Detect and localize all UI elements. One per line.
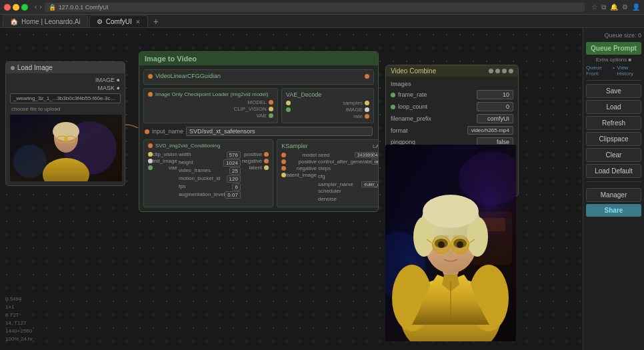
save-button[interactable]: Save xyxy=(586,84,641,98)
bell-icon[interactable]: 🔔 xyxy=(610,3,618,11)
preview-inner xyxy=(10,115,122,181)
vframes-val[interactable]: 25 xyxy=(229,167,241,175)
clipspace-button[interactable]: Clipspace xyxy=(586,132,641,146)
input-name-row: input_name SVD/svd_xt_safetensors xyxy=(143,127,374,136)
upload-text[interactable]: choose file to upload xyxy=(9,105,122,113)
ksampler-node: KSampler LATENT model xyxy=(277,139,379,207)
fps-val[interactable]: 6 xyxy=(232,183,240,191)
vl-header: VideoLinearCFGGuidian xyxy=(148,73,369,79)
new-tab-btn[interactable]: + xyxy=(149,15,163,27)
control-val[interactable]: randomize xyxy=(371,159,379,165)
height-label: height xyxy=(179,159,193,167)
ks-pos-label: positive xyxy=(299,159,317,165)
preview-panel xyxy=(385,145,516,341)
maximize-btn[interactable] xyxy=(21,4,28,11)
tab-label-comfy: ComfyUI xyxy=(106,18,132,25)
svd-io: clip_vision init_image vae xyxy=(148,151,269,199)
clip-out: CLIP_VISION xyxy=(233,106,273,112)
vc-prefix-val[interactable]: comfyUI xyxy=(477,114,513,123)
vc-loopcount-label: loop_count xyxy=(398,103,427,110)
checkpoint-node: Image Only Checkpoint Loader (img2vid mo… xyxy=(143,88,278,123)
aug-val[interactable]: 0.07 xyxy=(225,191,241,199)
clip-label: CLIP_VISION xyxy=(233,106,266,112)
account-icon[interactable]: 👤 xyxy=(632,3,640,11)
ks-pos-in xyxy=(281,159,286,164)
setup-links-row: Queue Front • View History xyxy=(586,65,641,77)
vae-dot xyxy=(269,113,273,118)
address-bar[interactable]: 🔒 127.0.0.1 ComfyUI xyxy=(45,3,585,12)
close-btn[interactable] xyxy=(4,4,11,11)
aug-label: augmentation_level xyxy=(179,191,225,199)
vl-title: VideoLinearCFGGuidian xyxy=(155,73,221,79)
ks-title: KSampler xyxy=(281,143,308,149)
svg-point-2 xyxy=(13,145,47,178)
latent-out-label: LATENT xyxy=(373,143,379,149)
queue-prompt-button[interactable]: Queue Prompt xyxy=(586,42,641,55)
vc-prefix-label: filename_prefix xyxy=(391,115,431,122)
cv-in xyxy=(148,152,153,157)
pos-row: positive xyxy=(242,151,269,157)
svd-title: SVD_img2vid_Conditioning xyxy=(155,143,220,149)
height-val[interactable]: 1024 xyxy=(223,159,241,167)
sampler-val[interactable]: euler_ancestral xyxy=(361,181,379,187)
model-label: MODEL xyxy=(247,99,266,105)
back-arrow[interactable]: ‹ xyxy=(35,3,37,11)
image-out: IMAGE xyxy=(345,107,369,113)
clip-row: CLIP_VISION xyxy=(148,106,273,112)
motion-val[interactable]: 120 xyxy=(227,175,241,183)
pos-out xyxy=(264,152,269,157)
load-default-button[interactable]: Load Default xyxy=(586,164,641,178)
svd-outputs: positive negative latent xyxy=(242,151,269,199)
canvas-area[interactable]: Load Image IMAGE ● MASK ● _wearing_3z_1_… xyxy=(0,28,583,350)
tab-close-icon[interactable]: ✕ xyxy=(135,19,141,25)
corner-line-6: 100% 24 hr xyxy=(5,335,33,343)
corner-line-3: 0 T2T xyxy=(5,311,33,319)
tab-comfyui[interactable]: ⚙ ComfyUI ✕ xyxy=(89,15,148,27)
corner-line-2: 1×1 xyxy=(5,303,33,311)
queue-front-link[interactable]: Queue Front xyxy=(586,65,611,77)
latent-row: latent xyxy=(242,165,269,171)
checkpoint-row: Image Only Checkpoint Loader (img2vid mo… xyxy=(143,88,374,123)
aug-row: augmentation_level 0.07 xyxy=(179,191,241,199)
vc-title-label: Video Combine xyxy=(391,67,436,75)
share-button[interactable]: Share xyxy=(586,204,641,217)
load-button[interactable]: Load xyxy=(586,100,641,114)
tab-leonardo[interactable]: 🏠 Home | Leonardo.Ai xyxy=(3,15,88,27)
neg-row: negative xyxy=(242,158,269,164)
seed-val[interactable]: 343989040382835 xyxy=(355,152,379,158)
samples-out: samples xyxy=(343,100,369,106)
view-history-link[interactable]: View History xyxy=(617,65,641,77)
bookmark-icon[interactable]: ☆ xyxy=(591,3,597,11)
settings-icon[interactable]: ⚙ xyxy=(622,3,628,11)
seed-row: seed 343989040382835 xyxy=(318,152,379,158)
vc-loopcount-val[interactable]: 0 xyxy=(477,102,513,111)
forward-arrow[interactable]: › xyxy=(39,3,41,11)
preview-svg xyxy=(10,115,122,181)
vc-framerate-val[interactable]: 10 xyxy=(477,90,513,99)
minimize-btn[interactable] xyxy=(13,4,19,11)
vae-decode-node: VAE_Decode samples IMAGE xyxy=(281,88,374,123)
image-dot xyxy=(365,107,369,112)
itv-title: Image to Video xyxy=(139,52,378,65)
ks-neg-in xyxy=(281,166,286,171)
cp-title: Image Only Checkpoint Loader (img2vid mo… xyxy=(155,91,268,97)
rate-row: rate xyxy=(286,113,369,119)
sched-label: scheduler xyxy=(318,188,341,195)
load-image-node: Load Image IMAGE ● MASK ● _wearing_3z_1_… xyxy=(5,61,125,186)
refresh-button[interactable]: Refresh xyxy=(586,116,641,130)
ks-latent-in xyxy=(281,173,286,177)
svd-fields: width 576 height 1024 video_frames 25 xyxy=(179,151,241,199)
share-icon[interactable]: ⧉ xyxy=(601,3,606,11)
cfg-label: cfg xyxy=(318,173,325,181)
cp-header: Image Only Checkpoint Loader (img2vid mo… xyxy=(148,91,273,97)
clear-button[interactable]: Clear xyxy=(586,148,641,162)
vl-connector-out xyxy=(365,74,369,79)
input-name-value[interactable]: SVD/svd_xt_safetensors xyxy=(186,127,373,136)
vc-prefix-row: filename_prefix comfyUI xyxy=(389,113,515,125)
width-val[interactable]: 576 xyxy=(227,151,241,159)
window-controls xyxy=(4,4,28,11)
vc-format-val[interactable]: video/h265-mp4 xyxy=(467,126,513,135)
rate-out: rate xyxy=(353,113,369,119)
manager-button[interactable]: Manager xyxy=(586,188,641,202)
rate-dot xyxy=(365,114,369,119)
